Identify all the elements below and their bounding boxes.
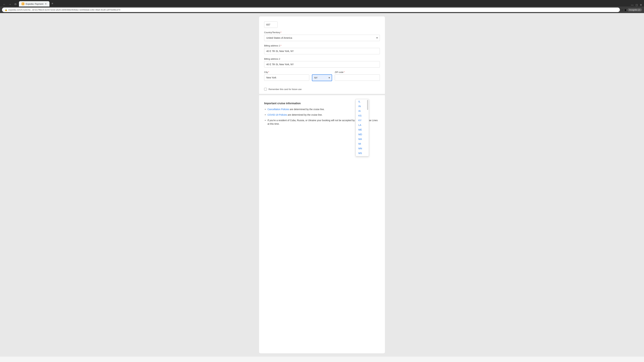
cancellation-policies-link[interactable]: Cancellation Policies — [268, 108, 289, 111]
dropdown-scroll-area[interactable]: IL IN IA KS KY LA ME MD MA MI MN MS MO M… — [356, 99, 369, 156]
billing2-label: Billing address 2 — [264, 58, 380, 60]
sidebar-icon[interactable]: ▮ — [625, 8, 626, 11]
billing1-field-group: Billing address 1* — [264, 44, 380, 54]
dropdown-item-KS[interactable]: KS — [356, 113, 369, 118]
remember-card-label: Remember this card for future use — [268, 88, 302, 90]
billing1-input[interactable] — [264, 48, 380, 54]
incognito-badge: Incognito (2) — [628, 8, 642, 11]
dropdown-item-IA[interactable]: IA — [356, 109, 369, 113]
reload-button[interactable]: ⟳ — [14, 2, 18, 6]
remember-card-row: Remember this card for future use — [264, 88, 380, 90]
restore-button[interactable]: ◻ — [636, 3, 638, 6]
close-window-button[interactable]: ✕ — [640, 3, 642, 6]
state-select-wrapper: NY ▼ — [312, 74, 332, 81]
dropdown-item-MS[interactable]: MS — [356, 151, 369, 156]
city-field-group: City* — [264, 71, 309, 81]
section-divider — [259, 94, 385, 95]
country-select-wrapper: United States of America ▼ — [264, 35, 380, 41]
billing2-field-group: Billing address 2 — [264, 58, 380, 67]
country-label: Country/Territory* — [264, 31, 380, 34]
forward-button[interactable]: → — [8, 2, 12, 6]
zip-field-group: ZIP code* — [335, 71, 380, 81]
back-button[interactable]: ← — [2, 2, 7, 6]
dropdown-item-MI[interactable]: MI — [356, 141, 369, 146]
billing1-label: Billing address 1* — [264, 44, 380, 47]
dropdown-item-KY[interactable]: KY — [356, 118, 369, 123]
address-bar[interactable]: 🔒 expedia.com/CruisChe...id=e17f8ec5-bc4… — [2, 7, 620, 12]
dropdown-item-MN[interactable]: MN — [356, 146, 369, 151]
country-field-group: Country/Territory* United States of Amer… — [264, 31, 380, 41]
state-dropdown-overlay: IL IN IA KS KY LA ME MD MA MI MN MS MO M… — [356, 99, 369, 156]
tab-title: Expedia: Payment — [26, 3, 44, 5]
city-input[interactable] — [264, 74, 309, 81]
minimize-button[interactable]: — — [631, 3, 634, 6]
tab-bar: ← → ⟳ E Expedia: Payment ✕ + — ◻ ✕ — [0, 0, 644, 6]
tab-close-button[interactable]: ✕ — [45, 2, 47, 5]
dropdown-item-MD[interactable]: MD — [356, 132, 369, 137]
small-input-field[interactable] — [264, 21, 278, 28]
dropdown-item-IN[interactable]: IN — [356, 104, 369, 109]
remember-card-checkbox[interactable] — [264, 88, 267, 90]
address-bar-row: 🔒 expedia.com/CruisChe...id=e17f8ec5-bc4… — [0, 6, 644, 13]
small-input-group — [264, 21, 380, 28]
bullet-text-1: are determined by the cruise line. — [290, 108, 324, 111]
covid-policies-link[interactable]: COVID-19 Policies — [268, 113, 287, 116]
zip-label: ZIP code* — [335, 71, 380, 73]
tab-favicon: E — [22, 2, 24, 5]
bookmark-icon[interactable]: ☆ — [621, 8, 623, 11]
city-label: City* — [264, 71, 309, 73]
state-label — [312, 71, 332, 73]
state-field-group: NY ▼ IL IN IA KS KY LA ME MD — [312, 71, 332, 81]
scroll-indicator — [367, 100, 368, 110]
url-text: expedia.com/CruisChe...id=e17f8ec5-bc44-… — [8, 8, 120, 11]
dropdown-item-MA[interactable]: MA — [356, 137, 369, 141]
active-tab[interactable]: E Expedia: Payment ✕ — [19, 1, 50, 6]
lock-icon: 🔒 — [5, 8, 8, 11]
city-state-zip-row: City* NY ▼ IL IN I — [264, 71, 380, 84]
state-select[interactable]: NY — [312, 74, 332, 81]
country-select[interactable]: United States of America — [264, 35, 380, 41]
dropdown-item-MO[interactable]: MO — [356, 156, 369, 156]
dropdown-item-LA[interactable]: LA — [356, 123, 369, 127]
billing2-input[interactable] — [264, 61, 380, 67]
zip-input[interactable] — [335, 74, 380, 81]
dropdown-item-IL[interactable]: IL — [356, 99, 369, 104]
dropdown-item-ME[interactable]: ME — [356, 127, 369, 132]
new-tab-button[interactable]: + — [50, 1, 55, 6]
bullet-text-2: are determined by the cruise line. — [288, 113, 322, 116]
page-content: Country/Territory* United States of Amer… — [0, 13, 644, 357]
main-card: Country/Territory* United States of Amer… — [259, 16, 385, 353]
